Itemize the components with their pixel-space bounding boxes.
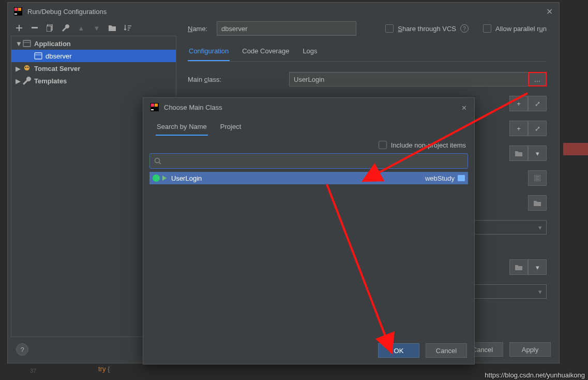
remove-icon[interactable] <box>31 24 39 32</box>
share-label: Share through VCS <box>398 25 456 33</box>
chevron-down-icon[interactable]: ▾ <box>528 259 547 275</box>
line-number: 37 <box>30 368 36 374</box>
ok-button[interactable]: OK <box>378 343 419 358</box>
main-class-label: Main class: <box>188 76 289 83</box>
watermark: https://blog.csdn.net/yunhuaikong <box>485 371 585 379</box>
move-up-icon[interactable]: ▲ <box>77 24 85 32</box>
svg-point-21 <box>155 158 160 163</box>
class-icon <box>153 174 160 182</box>
search-input[interactable] <box>149 153 468 169</box>
runnable-icon <box>162 176 167 181</box>
tab-code-coverage[interactable]: Code Coverage <box>241 47 290 61</box>
intellij-icon <box>150 103 159 111</box>
sort-icon[interactable] <box>124 24 132 32</box>
tab-search-by-name[interactable]: Search by Name <box>156 123 208 136</box>
svg-rect-1 <box>14 8 18 11</box>
tree-dbserver[interactable]: dbserver <box>11 50 176 62</box>
copy-icon[interactable] <box>46 24 54 32</box>
svg-rect-18 <box>151 104 154 107</box>
close-icon[interactable]: ✕ <box>461 104 467 112</box>
folder-open-icon[interactable] <box>528 195 547 211</box>
tab-project[interactable]: Project <box>219 123 242 136</box>
svg-point-11 <box>25 67 26 68</box>
folder-save-icon[interactable] <box>108 24 116 32</box>
help-button[interactable]: ? <box>16 343 28 356</box>
result-userlogin[interactable]: UserLogin webStudy <box>149 172 468 184</box>
expand-icon[interactable]: ⤢ <box>528 96 547 111</box>
name-label: Name: <box>188 25 217 33</box>
tomcat-icon <box>23 64 31 72</box>
svg-rect-20 <box>151 109 154 110</box>
application-icon <box>34 52 42 60</box>
intellij-icon <box>14 7 22 16</box>
add-icon[interactable] <box>15 24 23 32</box>
browse-main-class-button[interactable]: … <box>528 72 547 86</box>
tree-application[interactable]: ▼ Application <box>11 37 176 50</box>
wrench-icon[interactable] <box>62 24 70 32</box>
svg-rect-19 <box>155 104 158 107</box>
svg-rect-6 <box>47 26 51 32</box>
main-class-field[interactable]: UserLogin <box>289 72 529 86</box>
close-icon[interactable]: ✕ <box>546 7 553 17</box>
add-icon-button[interactable]: + <box>509 96 528 111</box>
chevron-down-icon[interactable]: ▾ <box>528 145 547 161</box>
folder-icon <box>458 175 465 181</box>
svg-rect-9 <box>35 53 42 59</box>
svg-line-22 <box>159 163 161 165</box>
move-down-icon[interactable]: ▼ <box>93 24 101 32</box>
allow-parallel-checkbox[interactable] <box>483 24 491 33</box>
tree-templates[interactable]: ▶ Templates <box>11 75 176 87</box>
svg-rect-4 <box>32 27 38 28</box>
svg-rect-7 <box>23 40 31 47</box>
dialog-title: Run/Debug Configurations <box>27 8 107 16</box>
svg-rect-2 <box>18 8 21 11</box>
search-icon <box>154 157 161 165</box>
expand-icon[interactable]: ⤢ <box>528 121 547 136</box>
tab-configuration[interactable]: Configuration <box>188 47 230 61</box>
tree-tomcat[interactable]: ▶ Tomcat Server <box>11 62 176 75</box>
cancel-button[interactable]: Cancel <box>426 343 467 358</box>
include-nonproject-checkbox[interactable] <box>379 141 387 149</box>
svg-rect-3 <box>14 13 17 14</box>
application-icon <box>23 39 31 48</box>
folder-open-icon[interactable] <box>509 259 528 275</box>
wrench-icon <box>23 77 31 85</box>
name-input[interactable] <box>217 21 356 36</box>
svg-point-12 <box>27 67 28 68</box>
folder-open-icon[interactable] <box>509 145 528 161</box>
add-icon-button[interactable]: + <box>509 121 528 136</box>
list-icon[interactable] <box>528 170 547 186</box>
tab-logs[interactable]: Logs <box>301 47 318 61</box>
help-icon[interactable]: ? <box>460 24 469 33</box>
include-nonproject-label: Include non-project items <box>391 141 466 149</box>
allow-parallel-label: Allow parallel run <box>495 25 547 33</box>
apply-button[interactable]: Apply <box>509 342 551 357</box>
share-checkbox[interactable] <box>385 24 394 33</box>
inner-dialog-title: Choose Main Class <box>164 104 222 111</box>
choose-main-class-dialog: Choose Main Class ✕ Search by Name Proje… <box>143 97 475 364</box>
